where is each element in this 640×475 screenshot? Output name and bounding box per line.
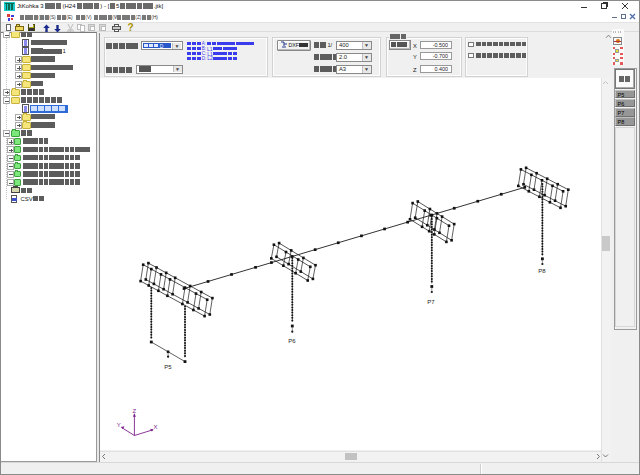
svg-text:X: X <box>154 424 158 430</box>
svg-text:Y: Y <box>117 422 121 428</box>
svg-text:P5: P5 <box>164 364 172 370</box>
svg-text:P7: P7 <box>427 299 435 305</box>
svg-text:P6: P6 <box>288 338 296 344</box>
svg-text:P8: P8 <box>538 268 546 274</box>
svg-text:Z: Z <box>133 408 137 414</box>
